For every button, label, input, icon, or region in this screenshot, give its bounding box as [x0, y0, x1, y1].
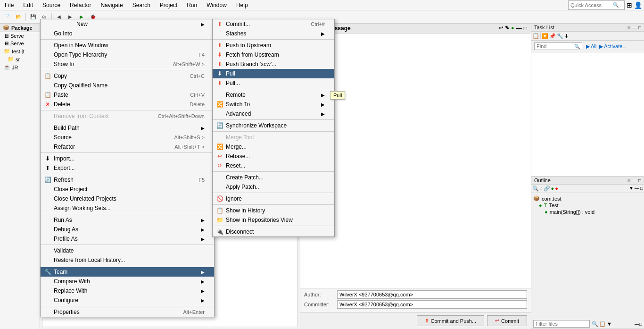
git-ignore[interactable]: 🚫 Ignore: [213, 194, 334, 203]
git-ignore-label: Ignore: [226, 195, 242, 202]
menu-item-close-project[interactable]: Close Project: [41, 185, 214, 194]
restore-label: Restore from Local History...: [54, 257, 125, 263]
menu-item-source[interactable]: Source Alt+Shift+S >: [41, 133, 214, 142]
git-sep5: [213, 171, 334, 172]
menu-item-configure[interactable]: Configure ▶: [41, 295, 214, 305]
menu-item-refactor[interactable]: Refactor Alt+Shift+T >: [41, 142, 214, 152]
import-icon: ⬇: [43, 155, 52, 162]
git-show-repos-label: Show in Repositories View: [226, 217, 293, 223]
menu-item-gointo[interactable]: Go Into: [41, 29, 214, 38]
git-merge-tool-icon: [215, 134, 224, 141]
menu-item-close-unrelated[interactable]: Close Unrelated Projects: [41, 194, 214, 203]
git-rebase-label: Rebase...: [226, 153, 250, 160]
git-stashes[interactable]: Stashes ▶: [213, 29, 334, 38]
git-rebase[interactable]: ↩ Rebase...: [213, 152, 334, 161]
import-label: Import...: [54, 155, 74, 162]
menu-item-assign-working[interactable]: Assign Working Sets...: [41, 203, 214, 213]
menu-item-validate[interactable]: Validate: [41, 246, 214, 255]
refresh-label: Refresh: [54, 177, 74, 183]
git-fetch-icon: ⬇: [215, 51, 224, 59]
git-disconnect[interactable]: 🔌 Disconnect: [213, 227, 334, 236]
copy-qualified-label: Copy Qualified Name: [54, 82, 107, 89]
git-create-patch[interactable]: Create Patch...: [213, 173, 334, 182]
git-advanced[interactable]: Advanced ▶: [213, 109, 334, 118]
git-ignore-icon: 🚫: [215, 195, 224, 202]
pull-tooltip: Pull: [330, 91, 345, 100]
git-push-branch-label: Push Branch 'xcw'...: [226, 61, 276, 67]
copy-label: Copy: [54, 73, 67, 79]
menu-item-debug-as[interactable]: Debug As ▶: [41, 225, 214, 234]
export-label: Export...: [54, 165, 75, 171]
git-advanced-arrow: ▶: [321, 111, 325, 117]
git-reset-icon: ↺: [215, 162, 224, 169]
menu-item-export[interactable]: ⬆ Export...: [41, 163, 214, 173]
menu-item-copy[interactable]: 📋 Copy Ctrl+C: [41, 71, 214, 81]
copy-icon: 📋: [43, 72, 52, 80]
menu-item-paste[interactable]: 📋 Paste Ctrl+V: [41, 90, 214, 100]
git-show-repos[interactable]: 📁 Show in Repositories View: [213, 215, 334, 225]
menu-item-run-as[interactable]: Run As ▶: [41, 215, 214, 225]
sep1: [41, 39, 214, 40]
git-pull-label: Pull: [226, 70, 235, 77]
menu-item-copy-qualified[interactable]: Copy Qualified Name: [41, 81, 214, 90]
git-sync-workspace[interactable]: 🔄 Synchronize Workspace: [213, 121, 334, 130]
git-pull-dialog[interactable]: ⬇ Pull...: [213, 78, 334, 88]
delete-label: Delete: [54, 101, 70, 108]
git-push-upstream[interactable]: ⬆ Push to Upstream: [213, 41, 334, 50]
properties-label: Properties: [54, 309, 80, 315]
git-sep1: [213, 39, 334, 40]
git-switch-arrow: ▶: [321, 102, 325, 107]
context-menu-overlay: New ▶ Go Into Open in New Window Open Ty…: [0, 0, 644, 329]
menu-item-open-hierarchy[interactable]: Open Type Hierarchy F4: [41, 50, 214, 59]
paste-label: Paste: [54, 92, 68, 98]
open-hierarchy-label: Open Type Hierarchy: [54, 51, 107, 58]
show-in-label: Show In: [54, 61, 74, 67]
git-switch-to[interactable]: 🔀 Switch To ▶: [213, 100, 334, 109]
menu-item-show-in[interactable]: Show In Alt+Shift+W >: [41, 59, 214, 69]
git-show-history-label: Show in History: [226, 207, 265, 214]
menu-item-restore[interactable]: Restore from Local History...: [41, 255, 214, 265]
menu-item-import[interactable]: ⬇ Import...: [41, 154, 214, 163]
menu-item-compare[interactable]: Compare With ▶: [41, 277, 214, 286]
git-reset[interactable]: ↺ Reset...: [213, 161, 334, 170]
git-switch-icon: 🔀: [215, 101, 224, 108]
menu-item-remove-context: Remove from Context Ctrl+Alt+Shift+Down: [41, 111, 214, 121]
sep10: [41, 306, 214, 306]
compare-label: Compare With: [54, 278, 90, 285]
menu-item-properties[interactable]: Properties Alt+Enter: [41, 307, 214, 317]
menu-item-replace[interactable]: Replace With ▶: [41, 286, 214, 295]
git-commit[interactable]: ⬆ Commit... Ctrl+#: [213, 19, 334, 29]
refresh-icon: 🔄: [43, 176, 52, 184]
menu-item-refresh[interactable]: 🔄 Refresh F5: [41, 175, 214, 185]
git-sync-label: Synchronize Workspace: [226, 122, 287, 129]
assign-working-label: Assign Working Sets...: [54, 205, 111, 211]
team-label: Team: [54, 269, 67, 275]
git-merge-icon: 🔀: [215, 143, 224, 151]
git-reset-label: Reset...: [226, 162, 245, 169]
paste-shortcut: Ctrl+V: [181, 92, 205, 98]
menu-item-build-path[interactable]: Build Path ▶: [41, 123, 214, 133]
menu-item-profile-as[interactable]: Profile As ▶: [41, 234, 214, 244]
replace-label: Replace With: [54, 287, 87, 294]
menu-item-team[interactable]: 🔧 Team ▶: [41, 267, 214, 277]
git-sync-icon: 🔄: [215, 122, 224, 129]
gointo-label: Go Into: [54, 30, 72, 37]
team-arrow: ▶: [201, 270, 205, 275]
profile-as-label: Profile As: [54, 236, 78, 242]
menu-item-delete[interactable]: ✕ Delete Delete: [41, 100, 214, 109]
git-push-branch[interactable]: ⬆ Push Branch 'xcw'...: [213, 59, 334, 69]
menu-item-new[interactable]: New ▶: [41, 19, 214, 29]
git-merge[interactable]: 🔀 Merge...: [213, 142, 334, 152]
build-path-arrow: ▶: [201, 126, 205, 131]
git-fetch[interactable]: ⬇ Fetch from Upstream: [213, 50, 334, 59]
git-remote[interactable]: Remote ▶: [213, 90, 334, 100]
refresh-shortcut: F5: [189, 177, 205, 183]
git-apply-patch[interactable]: Apply Patch...: [213, 182, 334, 192]
git-remote-arrow: ▶: [321, 93, 325, 98]
git-show-history[interactable]: 📋 Show in History: [213, 206, 334, 215]
refactor-shortcut: Alt+Shift+T >: [165, 144, 205, 150]
source-shortcut: Alt+Shift+S >: [165, 135, 205, 140]
menu-item-open-window[interactable]: Open in New Window: [41, 41, 214, 50]
delete-shortcut: Delete: [180, 101, 205, 107]
git-pull[interactable]: ⬇ Pull: [213, 69, 334, 78]
